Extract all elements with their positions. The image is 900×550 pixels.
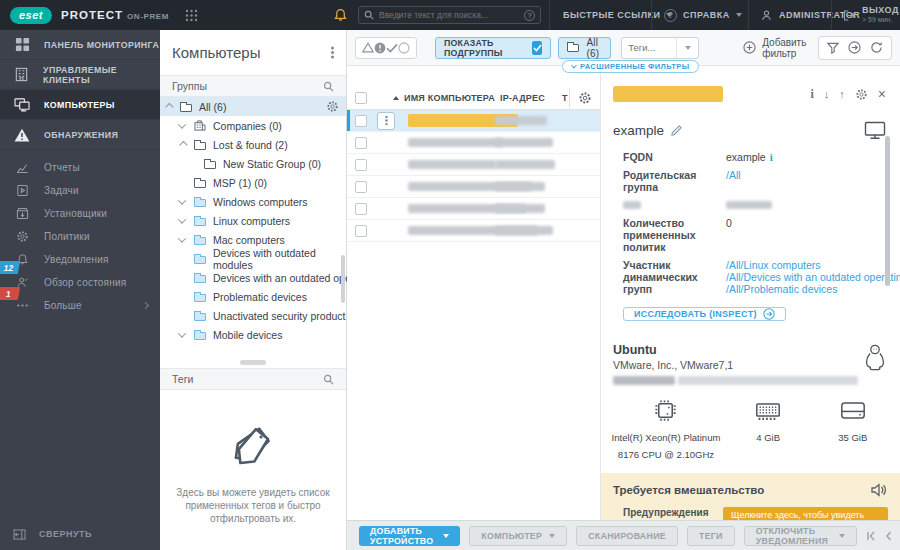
groups-scrollbar[interactable] [341,255,345,303]
dropdown-arrow[interactable] [676,38,698,58]
add-filter-button[interactable]: Добавить фильтр [743,37,818,59]
computer-actions-button[interactable]: КОМПЬЮТЕР [469,526,567,546]
checkbox-checked-icon[interactable] [532,41,542,55]
sidebar-item-notifications[interactable]: Уведомления [0,248,160,271]
table-row[interactable] [347,154,600,176]
global-search[interactable]: ? [358,6,541,24]
tree-item-all[interactable]: All (6) [160,97,346,116]
table-row[interactable] [347,220,600,242]
tree-item-mobile-devices[interactable]: Mobile devices [160,325,346,344]
tags-filter-input[interactable] [622,42,676,53]
error-circle-icon[interactable] [374,42,386,54]
warnings-list-button[interactable]: Щелкните здесь, чтобы увидеть список [723,507,888,520]
tree-item-new-static-group[interactable]: New Static Group (0) [160,154,346,173]
sidebar-item-managed-clients[interactable]: УПРАВЛЯЕМЫЕ КЛИЕНТЫ [0,60,160,90]
tree-item-unactivated-security[interactable]: Unactivated security product [160,306,346,325]
details-scrollbar[interactable] [885,136,890,286]
info-icon[interactable]: i [770,151,773,163]
tree-item-devices-outdated-modules[interactable]: Devices with outdated modules [160,249,346,268]
collapse-sidebar-button[interactable]: СВЕРНУТЬ [0,518,160,550]
chevron-up-icon[interactable] [165,102,173,110]
search-input[interactable] [379,10,524,20]
close-icon[interactable]: × [878,89,886,99]
chevron-down-icon[interactable] [178,120,186,128]
row-actions-kebab[interactable] [377,112,395,130]
sidebar-item-installers[interactable]: Установщики [0,202,160,225]
sidebar-item-detections[interactable]: ОБНАРУЖЕНИЯ [0,120,160,150]
notifications-bell-icon[interactable] [333,0,348,30]
arrow-down-icon[interactable]: ↓ [824,88,830,100]
row-checkbox[interactable] [355,137,367,149]
edit-pencil-icon[interactable] [671,125,682,136]
speaker-icon[interactable] [870,482,888,498]
tree-item-problematic-devices[interactable]: Problematic devices [160,287,346,306]
groups-search-icon[interactable] [323,81,334,92]
table-row[interactable] [347,198,600,220]
column-header-name[interactable]: ИМЯ КОМПЬЮТЕРА [404,93,495,103]
tags-search-icon[interactable] [323,374,334,385]
splitter-handle[interactable] [240,360,266,365]
table-row-selected[interactable] [347,110,600,132]
refresh-icon[interactable] [870,41,883,54]
scan-button[interactable]: СКАНИРОВАНИЕ [576,526,678,546]
tree-item-devices-outdated-os[interactable]: Devices with an outdated operating syste… [160,268,346,287]
sidebar-item-reports[interactable]: Отчеты [0,156,160,179]
circle-status-icon[interactable] [398,42,410,54]
show-subgroups-toggle[interactable]: ПОКАЗАТЬ ПОДГРУППЫ [435,37,551,59]
row-checkbox[interactable] [355,181,367,193]
tags-filter-dropdown[interactable] [621,37,699,59]
filter-funnel-icon[interactable] [827,42,839,54]
first-page-icon[interactable] [866,531,876,541]
warning-triangle-icon[interactable] [362,42,374,53]
tree-item-windows-computers[interactable]: Windows computers [160,192,346,211]
column-settings-gear-icon[interactable] [578,91,592,105]
tree-item-linux-computers[interactable]: Linux computers [160,211,346,230]
quick-links-menu[interactable]: БЫСТРЫЕ ССЫЛКИ [563,0,672,30]
column-header-truncated[interactable]: Т [562,93,568,103]
chevron-down-icon[interactable] [178,234,186,242]
sidebar-item-status-overview[interactable]: Обзор состояния [0,271,160,294]
inspect-button[interactable]: ИССЛЕДОВАТЬ (INSPECT) [623,307,786,321]
logout-button[interactable]: ВЫХОД > 59 мин. [842,0,899,30]
group-gear-icon[interactable] [326,100,339,113]
row-checkbox[interactable] [355,203,367,215]
tags-button[interactable]: ТЕГИ [687,526,735,546]
panel-splitter[interactable] [160,356,346,368]
help-menu[interactable]: ? СПРАВКА [664,0,742,30]
tree-item-companies[interactable]: Companies (0) [160,116,346,135]
chevron-down-icon[interactable] [178,329,186,337]
eset-logo[interactable]: eset [10,7,52,24]
status-badge-blue[interactable]: 12 [0,261,20,274]
row-checkbox[interactable] [355,159,367,171]
group-filter-chip[interactable]: All (6) [558,37,611,59]
column-header-ip[interactable]: IP-АДРЕС [500,93,545,103]
panel-menu-kebab-icon[interactable] [331,51,334,54]
row-checkbox[interactable] [355,225,367,237]
search-help-icon[interactable]: ? [524,10,535,21]
go-to-icon[interactable] [848,41,861,54]
dynamic-group-link[interactable]: /All/Devices with an outdated operating … [726,271,900,283]
check-icon[interactable] [386,43,398,53]
tree-item-lost-and-found[interactable]: Lost & found (2) [160,135,346,154]
dynamic-group-link[interactable]: /All/Problematic devices [726,283,900,295]
chevron-up-icon[interactable] [179,140,187,148]
settings-gear-icon[interactable] [855,88,868,101]
sidebar-item-more[interactable]: Больше [0,294,160,317]
sidebar-item-policies[interactable]: Политики [0,225,160,248]
sidebar-item-dashboard[interactable]: ПАНЕЛЬ МОНИТОРИНГА [0,30,160,60]
info-icon[interactable]: i [810,87,813,102]
row-checkbox[interactable] [355,115,367,127]
sidebar-item-computers[interactable]: КОМПЬЮТЕРЫ [0,90,160,120]
table-row[interactable] [347,176,600,198]
add-device-button[interactable]: ДОБАВИТЬ УСТРОЙСТВО [359,526,460,546]
mute-notifications-button[interactable]: ОТКЛЮЧИТЬ УВЕДОМЛЕНИЯ [744,526,857,546]
arrow-up-icon[interactable]: ↑ [839,88,845,100]
apps-grid-icon[interactable] [185,9,198,22]
tree-item-msp[interactable]: MSP (1) (0) [160,173,346,192]
advanced-filters-toggle[interactable]: РАСШИРЕННЫЕ ФИЛЬТРЫ [562,60,699,73]
sidebar-item-tasks[interactable]: Задачи [0,179,160,202]
status-badge-red[interactable]: 1 [0,287,20,300]
table-row[interactable] [347,132,600,154]
prev-page-icon[interactable] [884,531,892,541]
chevron-down-icon[interactable] [178,215,186,223]
